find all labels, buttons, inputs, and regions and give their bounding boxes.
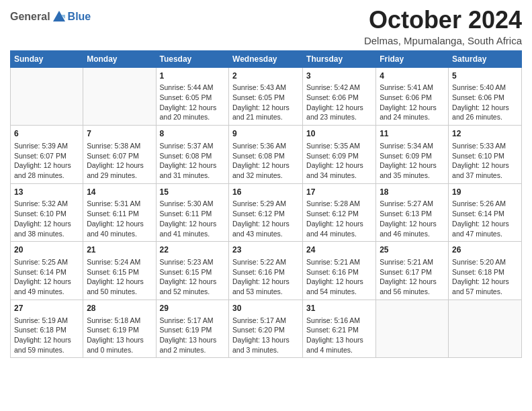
day-number: 22 xyxy=(160,244,226,256)
day-info: Sunrise: 5:41 AM Sunset: 6:06 PM Dayligh… xyxy=(380,83,445,122)
day-info: Sunrise: 5:39 AM Sunset: 6:07 PM Dayligh… xyxy=(14,141,79,181)
day-info: Sunrise: 5:42 AM Sunset: 6:06 PM Dayligh… xyxy=(306,83,372,122)
calendar-cell-w5-d1: 27Sunrise: 5:19 AM Sunset: 6:18 PM Dayli… xyxy=(11,300,83,358)
header-wednesday: Wednesday xyxy=(229,50,303,67)
calendar-cell-w2-d6: 11Sunrise: 5:34 AM Sunset: 6:09 PM Dayli… xyxy=(376,126,449,184)
day-number: 14 xyxy=(87,187,152,198)
day-info: Sunrise: 5:25 AM Sunset: 6:14 PM Dayligh… xyxy=(14,257,79,297)
logo-icon xyxy=(52,9,66,24)
day-info: Sunrise: 5:44 AM Sunset: 6:05 PM Dayligh… xyxy=(160,83,226,122)
month-title: October 2024 xyxy=(364,7,522,34)
calendar-cell-w4-d1: 20Sunrise: 5:25 AM Sunset: 6:14 PM Dayli… xyxy=(11,242,83,300)
week-row-3: 13Sunrise: 5:32 AM Sunset: 6:10 PM Dayli… xyxy=(11,183,522,242)
day-number: 18 xyxy=(380,187,445,198)
calendar-cell-w4-d5: 24Sunrise: 5:21 AM Sunset: 6:16 PM Dayli… xyxy=(303,242,376,300)
header-monday: Monday xyxy=(83,50,156,67)
calendar-cell-w1-d5: 3Sunrise: 5:42 AM Sunset: 6:06 PM Daylig… xyxy=(303,67,376,126)
day-number: 27 xyxy=(14,303,79,314)
day-number: 8 xyxy=(160,128,226,140)
calendar-cell-w3-d2: 14Sunrise: 5:31 AM Sunset: 6:11 PM Dayli… xyxy=(83,183,156,242)
calendar-cell-w4-d6: 25Sunrise: 5:21 AM Sunset: 6:17 PM Dayli… xyxy=(376,242,449,300)
day-number: 11 xyxy=(380,128,445,140)
calendar-cell-w3-d7: 19Sunrise: 5:26 AM Sunset: 6:14 PM Dayli… xyxy=(449,183,522,242)
day-number: 25 xyxy=(380,244,445,256)
week-row-2: 6Sunrise: 5:39 AM Sunset: 6:07 PM Daylig… xyxy=(11,126,522,184)
day-info: Sunrise: 5:23 AM Sunset: 6:15 PM Dayligh… xyxy=(160,257,226,297)
day-info: Sunrise: 5:20 AM Sunset: 6:18 PM Dayligh… xyxy=(452,257,518,297)
day-info: Sunrise: 5:21 AM Sunset: 6:17 PM Dayligh… xyxy=(380,257,445,297)
calendar-cell-w1-d6: 4Sunrise: 5:41 AM Sunset: 6:06 PM Daylig… xyxy=(376,67,449,126)
calendar-cell-w2-d1: 6Sunrise: 5:39 AM Sunset: 6:07 PM Daylig… xyxy=(11,126,83,184)
calendar-cell-w5-d6 xyxy=(376,300,449,358)
logo-general: General xyxy=(10,11,50,23)
day-number: 26 xyxy=(452,244,518,256)
day-number: 24 xyxy=(306,244,372,256)
day-info: Sunrise: 5:31 AM Sunset: 6:11 PM Dayligh… xyxy=(87,199,152,238)
day-info: Sunrise: 5:17 AM Sunset: 6:19 PM Dayligh… xyxy=(160,316,226,355)
day-number: 12 xyxy=(452,128,518,140)
day-info: Sunrise: 5:36 AM Sunset: 6:08 PM Dayligh… xyxy=(232,141,299,181)
day-number: 23 xyxy=(232,244,299,256)
day-number: 5 xyxy=(452,71,518,82)
day-info: Sunrise: 5:32 AM Sunset: 6:10 PM Dayligh… xyxy=(14,199,79,238)
day-info: Sunrise: 5:28 AM Sunset: 6:12 PM Dayligh… xyxy=(306,199,372,238)
calendar-cell-w5-d4: 30Sunrise: 5:17 AM Sunset: 6:20 PM Dayli… xyxy=(229,300,303,358)
calendar-cell-w5-d2: 28Sunrise: 5:18 AM Sunset: 6:19 PM Dayli… xyxy=(83,300,156,358)
location-title: Delmas, Mpumalanga, South Africa xyxy=(364,35,522,46)
day-info: Sunrise: 5:38 AM Sunset: 6:07 PM Dayligh… xyxy=(87,141,152,181)
day-info: Sunrise: 5:16 AM Sunset: 6:21 PM Dayligh… xyxy=(306,316,372,355)
day-info: Sunrise: 5:22 AM Sunset: 6:16 PM Dayligh… xyxy=(232,257,299,297)
calendar-cell-w5-d3: 29Sunrise: 5:17 AM Sunset: 6:19 PM Dayli… xyxy=(156,300,229,358)
day-number: 9 xyxy=(232,128,299,140)
logo-blue: Blue xyxy=(68,11,91,23)
day-number: 15 xyxy=(160,187,226,198)
calendar-cell-w4-d7: 26Sunrise: 5:20 AM Sunset: 6:18 PM Dayli… xyxy=(449,242,522,300)
header-friday: Friday xyxy=(376,50,449,67)
day-number: 29 xyxy=(160,303,226,314)
day-number: 21 xyxy=(87,244,152,256)
header-tuesday: Tuesday xyxy=(156,50,229,67)
calendar-cell-w3-d1: 13Sunrise: 5:32 AM Sunset: 6:10 PM Dayli… xyxy=(11,183,83,242)
calendar-cell-w1-d1 xyxy=(11,67,83,126)
calendar-cell-w3-d4: 16Sunrise: 5:29 AM Sunset: 6:12 PM Dayli… xyxy=(229,183,303,242)
calendar-cell-w3-d3: 15Sunrise: 5:30 AM Sunset: 6:11 PM Dayli… xyxy=(156,183,229,242)
day-number: 19 xyxy=(452,187,518,198)
day-number: 13 xyxy=(14,187,79,198)
calendar-cell-w2-d2: 7Sunrise: 5:38 AM Sunset: 6:07 PM Daylig… xyxy=(83,126,156,184)
header-saturday: Saturday xyxy=(449,50,522,67)
day-info: Sunrise: 5:19 AM Sunset: 6:18 PM Dayligh… xyxy=(14,316,79,355)
title-area: October 2024 Delmas, Mpumalanga, South A… xyxy=(364,7,522,46)
day-info: Sunrise: 5:40 AM Sunset: 6:06 PM Dayligh… xyxy=(452,83,518,122)
day-info: Sunrise: 5:24 AM Sunset: 6:15 PM Dayligh… xyxy=(87,257,152,297)
day-number: 16 xyxy=(232,187,299,198)
calendar-cell-w1-d3: 1Sunrise: 5:44 AM Sunset: 6:05 PM Daylig… xyxy=(156,67,229,126)
day-number: 3 xyxy=(306,71,372,82)
day-info: Sunrise: 5:21 AM Sunset: 6:16 PM Dayligh… xyxy=(306,257,372,297)
day-number: 2 xyxy=(232,71,299,82)
calendar-cell-w4-d3: 22Sunrise: 5:23 AM Sunset: 6:15 PM Dayli… xyxy=(156,242,229,300)
calendar-cell-w2-d5: 10Sunrise: 5:35 AM Sunset: 6:09 PM Dayli… xyxy=(303,126,376,184)
day-number: 17 xyxy=(306,187,372,198)
calendar-cell-w3-d6: 18Sunrise: 5:27 AM Sunset: 6:13 PM Dayli… xyxy=(376,183,449,242)
day-info: Sunrise: 5:27 AM Sunset: 6:13 PM Dayligh… xyxy=(380,199,445,238)
day-info: Sunrise: 5:43 AM Sunset: 6:05 PM Dayligh… xyxy=(232,83,299,122)
calendar-cell-w2-d3: 8Sunrise: 5:37 AM Sunset: 6:08 PM Daylig… xyxy=(156,126,229,184)
day-info: Sunrise: 5:18 AM Sunset: 6:19 PM Dayligh… xyxy=(87,316,152,355)
week-row-5: 27Sunrise: 5:19 AM Sunset: 6:18 PM Dayli… xyxy=(11,300,522,358)
day-number: 31 xyxy=(306,303,372,314)
weekday-header-row: Sunday Monday Tuesday Wednesday Thursday… xyxy=(11,50,522,67)
day-info: Sunrise: 5:35 AM Sunset: 6:09 PM Dayligh… xyxy=(306,141,372,181)
calendar-cell-w1-d4: 2Sunrise: 5:43 AM Sunset: 6:05 PM Daylig… xyxy=(229,67,303,126)
header-thursday: Thursday xyxy=(303,50,376,67)
day-number: 1 xyxy=(160,71,226,82)
header-sunday: Sunday xyxy=(11,50,83,67)
calendar-cell-w2-d7: 12Sunrise: 5:33 AM Sunset: 6:10 PM Dayli… xyxy=(449,126,522,184)
page-header: General Blue October 2024 Delmas, Mpumal… xyxy=(10,7,522,46)
day-number: 30 xyxy=(232,303,299,314)
week-row-4: 20Sunrise: 5:25 AM Sunset: 6:14 PM Dayli… xyxy=(11,242,522,300)
day-info: Sunrise: 5:17 AM Sunset: 6:20 PM Dayligh… xyxy=(232,316,299,355)
calendar-cell-w5-d7 xyxy=(449,300,522,358)
day-info: Sunrise: 5:37 AM Sunset: 6:08 PM Dayligh… xyxy=(160,141,226,181)
day-number: 28 xyxy=(87,303,152,314)
day-info: Sunrise: 5:29 AM Sunset: 6:12 PM Dayligh… xyxy=(232,199,299,238)
